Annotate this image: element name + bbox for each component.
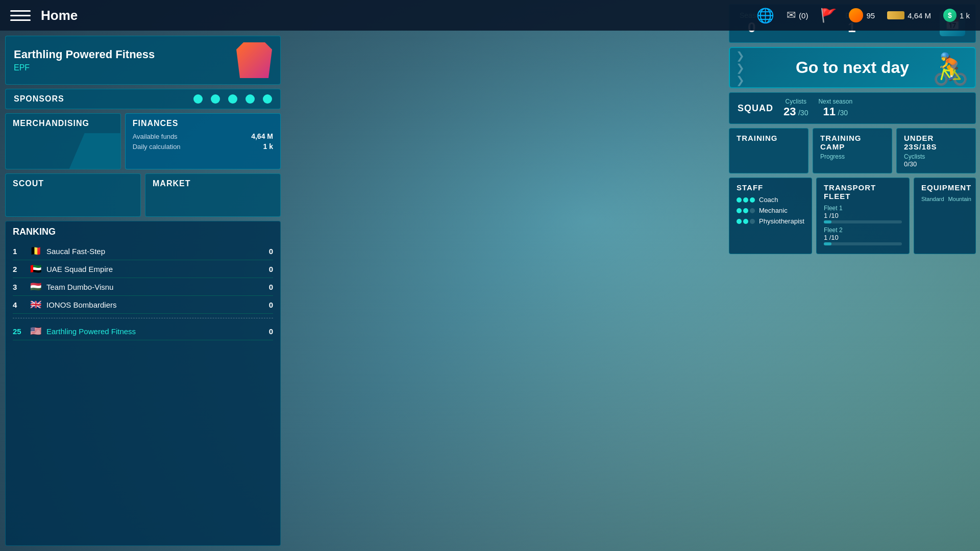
sponsor-dot-5 (263, 94, 272, 104)
under23-title: UNDER 23S/18S (904, 134, 968, 151)
ranking-row-user[interactable]: 25 🇺🇸 Earthling Powered Fitness 0 (13, 322, 273, 340)
cyclists-sub: Cyclists (783, 98, 808, 105)
staff-physio-name: Physiotherapist (759, 217, 804, 225)
team-header: Earthling Powered Fitness EPF (5, 36, 281, 85)
rank-name-4: IONOS Bombardiers (46, 300, 264, 309)
staff-mechanic-row: Mechanic (737, 207, 804, 214)
page-title: Home (41, 8, 78, 23)
team-abbr: EPF (14, 63, 155, 72)
bottom-grid: TRAINING TRAINING CAMP Progress UNDER 23… (729, 128, 976, 173)
equip-types: Standard Mountain Time trial (921, 196, 968, 208)
fleet-2-row: Fleet 2 1 /10 (824, 227, 902, 245)
squad-label: SQUAD (738, 103, 773, 114)
merchandising-card[interactable]: MERCHANDISING (5, 113, 121, 169)
mail-count: (0) (799, 11, 808, 20)
daily-calc-item: $ 1 k (943, 9, 970, 22)
rank-divider (13, 318, 273, 318)
rank-name-1: Saucal Fast-Step (46, 247, 264, 256)
merchandising-title: MERCHANDISING (13, 119, 113, 128)
fleet-1-row: Fleet 1 1 /10 (824, 205, 902, 223)
cyclists-max: /30 (798, 109, 808, 117)
coins-value: 95 (866, 11, 875, 20)
under23-value: 0/30 (904, 160, 968, 168)
fleet-2-value: 1 /10 (824, 234, 902, 241)
cyclist-icon: 🚴 (932, 51, 970, 87)
funds-bar-icon (887, 11, 904, 19)
physio-dot-1 (737, 219, 742, 224)
ranking-row-3[interactable]: 3 🇭🇺 Team Dumbo-Visnu 0 (13, 278, 273, 296)
left-panel: Earthling Powered Fitness EPF SPONSORS M… (0, 31, 286, 551)
sponsor-dot-4 (246, 94, 255, 104)
rank-score-2: 0 (269, 265, 273, 273)
dollar-icon: $ (943, 9, 957, 22)
transport-card[interactable]: TRANSPORT FLEET Fleet 1 1 /10 Fleet 2 1 … (816, 178, 910, 254)
coin-icon (849, 8, 863, 22)
next-day-text: Go to next day (740, 58, 965, 77)
ranking-row-2[interactable]: 2 🇦🇪 UAE Squad Empire 0 (13, 260, 273, 278)
equip-timetrial: Time trial (975, 196, 976, 208)
training-card[interactable]: TRAINING (729, 128, 808, 173)
rank-num-1: 1 (13, 247, 25, 256)
chevrons: ❯❯❯ (730, 48, 750, 87)
coach-dot-3 (750, 197, 755, 203)
staff-card[interactable]: STAFF Coach Mechanic (729, 178, 812, 254)
funds-bar-value: 4,64 M (908, 11, 931, 20)
flag-icon-item[interactable]: 🚩 (820, 8, 837, 23)
merch-bg (69, 133, 120, 169)
rank-flag-user: 🇺🇸 (30, 325, 41, 337)
available-label: Available funds (133, 133, 178, 140)
mail-icon-item[interactable]: ✉ (0) (787, 9, 808, 22)
staff-title: STAFF (737, 183, 804, 192)
bottom-row: STAFF Coach Mechanic (729, 178, 976, 254)
scout-card[interactable]: SCOUT (5, 173, 141, 217)
rank-score-3: 0 (269, 283, 273, 291)
equipment-card[interactable]: EQUIPMENT Standard Mountain Time trial (914, 178, 976, 254)
market-card[interactable]: MARKET (145, 173, 281, 217)
rank-score-4: 0 (269, 300, 273, 309)
right-panels: Season 0 Day 1 📅 ❯❯❯ Go to next day 🚴 SQ… (725, 0, 980, 551)
equip-standard: Standard (921, 196, 944, 208)
fleet-2-bar (824, 242, 831, 245)
coach-dot-2 (743, 197, 748, 203)
fleet-1-value: 1 /10 (824, 212, 902, 219)
next-season-max: /30 (838, 109, 848, 117)
under23-card[interactable]: UNDER 23S/18S Cyclists 0/30 (896, 128, 976, 173)
rank-flag-4: 🇬🇧 (30, 299, 41, 310)
available-value: 4,64 M (251, 132, 273, 140)
menu-button[interactable] (10, 5, 31, 26)
physio-dot-2 (743, 219, 748, 224)
globe-icon: 🌐 (756, 7, 774, 24)
mech-dot-2 (743, 208, 748, 213)
under23-max: /30 (908, 160, 917, 168)
ranking-title: RANKING (13, 227, 273, 237)
ranking-row-4[interactable]: 4 🇬🇧 IONOS Bombardiers 0 (13, 296, 273, 314)
mech-dot-3 (750, 208, 755, 213)
sponsor-dot-3 (228, 94, 237, 104)
topbar-icons: 🌐 ✉ (0) 🚩 95 4,64 M $ 1 k (756, 7, 970, 24)
rank-name-user: Earthling Powered Fitness (46, 327, 264, 336)
team-name: Earthling Powered Fitness (14, 48, 155, 61)
daily-value: 1 k (263, 142, 273, 151)
next-day-button[interactable]: ❯❯❯ Go to next day 🚴 (729, 47, 976, 88)
funds-bar-item: 4,64 M (887, 11, 931, 20)
sponsor-dot-1 (193, 94, 203, 104)
mid-row: MERCHANDISING FINANCES Available funds 4… (5, 113, 281, 169)
team-jersey (236, 42, 272, 78)
squad-card[interactable]: SQUAD Cyclists 23 /30 Next season 11 /30 (729, 92, 976, 124)
rank-score-1: 0 (269, 247, 273, 256)
market-title: MARKET (153, 179, 273, 188)
under23-sub: Cyclists (904, 153, 968, 160)
staff-mechanic-name: Mechanic (759, 207, 788, 214)
coach-dot-1 (737, 197, 742, 203)
training-camp-card[interactable]: TRAINING CAMP Progress (813, 128, 892, 173)
next-season-col: Next season 11 /30 (818, 98, 852, 118)
fleet-2-name: Fleet 2 (824, 227, 902, 234)
ranking-row-1[interactable]: 1 🇧🇪 Saucal Fast-Step 0 (13, 242, 273, 260)
sponsors-bar[interactable]: SPONSORS (5, 89, 281, 109)
next-season-num: 11 (823, 105, 836, 118)
rank-flag-1: 🇧🇪 (30, 245, 41, 257)
finances-title: FINANCES (133, 119, 273, 128)
ranking-section: RANKING 1 🇧🇪 Saucal Fast-Step 0 2 🇦🇪 UAE… (5, 221, 281, 546)
fleet-1-name: Fleet 1 (824, 205, 902, 212)
globe-icon-item[interactable]: 🌐 (756, 7, 774, 24)
